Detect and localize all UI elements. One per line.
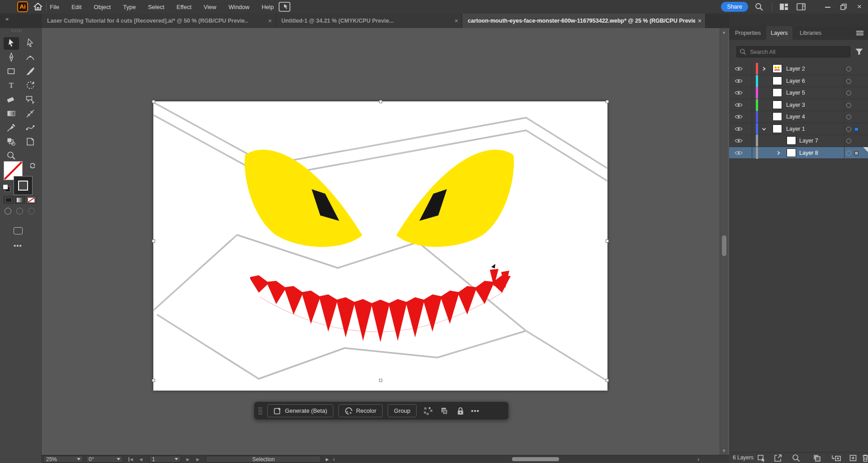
artboard-number-dropdown[interactable]: 1 — [149, 456, 181, 463]
curvature-tool[interactable] — [23, 51, 38, 64]
collapse-tools-icon[interactable]: « — [5, 15, 9, 22]
menu-type[interactable]: Type — [123, 4, 136, 10]
collapse-chevron-icon[interactable] — [762, 127, 766, 131]
symbol-sprayer-tool[interactable] — [4, 135, 19, 148]
status-expand-icon[interactable]: ▶ — [326, 456, 329, 463]
layer-row-layer-5[interactable]: Layer 5 — [729, 87, 868, 99]
gradient-tool[interactable] — [4, 107, 19, 120]
selected-art-indicator[interactable] — [854, 151, 859, 155]
previous-artboard-button[interactable]: ◀ — [139, 456, 142, 463]
tab-close-button[interactable]: × — [268, 17, 272, 24]
draw-inside-mode-button[interactable] — [28, 208, 35, 215]
layer-name[interactable]: Layer 7 — [799, 138, 818, 144]
layer-row-layer-3[interactable]: Layer 3 — [729, 99, 868, 111]
swap-fill-stroke-icon[interactable] — [29, 162, 36, 169]
delete-layer-icon[interactable] — [861, 453, 868, 463]
paintbrush-tool[interactable] — [23, 65, 38, 78]
target-circle[interactable] — [846, 115, 851, 119]
scroll-down-icon[interactable]: ▼ — [722, 449, 726, 453]
layer-thumbnail[interactable] — [773, 124, 782, 133]
tab-libraries[interactable]: Libraries — [795, 26, 826, 40]
artboard[interactable] — [153, 101, 607, 391]
restore-button[interactable] — [837, 0, 850, 14]
touch-workspace-icon[interactable] — [279, 2, 290, 12]
layer-name[interactable]: Layer 8 — [799, 150, 818, 156]
task-bar-grip[interactable] — [258, 407, 262, 415]
menu-effect[interactable]: Effect — [176, 4, 191, 10]
expand-chevron-icon[interactable] — [762, 67, 766, 71]
make-clipping-mask-icon[interactable] — [812, 453, 821, 463]
selection-handle-s[interactable] — [379, 379, 382, 382]
layer-thumbnail[interactable] — [787, 136, 796, 145]
target-circle[interactable] — [846, 138, 851, 143]
selection-handle-w[interactable] — [152, 239, 155, 243]
target-circle[interactable] — [846, 103, 851, 108]
document-tab-3[interactable]: cartoon-mouth-eyes-face-monster-600w-116… — [462, 14, 706, 28]
lock-icon[interactable] — [455, 406, 465, 416]
target-circle[interactable] — [846, 79, 851, 84]
menu-window[interactable]: Window — [228, 4, 249, 10]
draw-behind-mode-button[interactable] — [16, 208, 23, 215]
layer-name[interactable]: Layer 6 — [786, 78, 805, 84]
rotate-tool[interactable] — [23, 79, 38, 92]
screen-mode-button[interactable] — [14, 227, 23, 234]
edit-toolbar-ellipsis[interactable]: ••• — [14, 242, 22, 249]
selection-handle-se[interactable] — [606, 379, 609, 382]
menu-file[interactable]: File — [50, 4, 59, 10]
eyedropper-tool[interactable] — [4, 121, 19, 134]
search-icon[interactable] — [754, 2, 764, 11]
target-circle[interactable] — [846, 151, 851, 156]
new-sublayer-icon[interactable] — [831, 453, 840, 463]
visibility-eye-icon[interactable] — [735, 150, 743, 156]
layer-row-layer-4[interactable]: Layer 4 — [729, 111, 868, 123]
horizontal-scroll-thumb[interactable] — [512, 457, 559, 461]
visibility-eye-icon[interactable] — [735, 138, 743, 143]
expand-right-icon[interactable]: › — [697, 456, 699, 463]
zoom-level-dropdown[interactable]: 25% — [43, 456, 83, 463]
layer-row-layer-6[interactable]: Layer 6 — [729, 75, 868, 87]
menu-object[interactable]: Object — [94, 4, 111, 10]
layer-name[interactable]: Layer 2 — [786, 66, 805, 72]
duplicate-icon[interactable] — [439, 406, 449, 416]
locate-object-icon[interactable] — [792, 453, 801, 463]
menu-edit[interactable]: Edit — [71, 4, 81, 10]
artboard-tool[interactable] — [23, 135, 38, 148]
stroke-color-swatch[interactable] — [14, 176, 33, 195]
layer-thumbnail[interactable] — [787, 148, 796, 157]
filter-funnel-icon[interactable] — [855, 48, 863, 56]
layer-thumbnail[interactable] — [773, 100, 782, 109]
layer-name[interactable]: Layer 4 — [786, 114, 805, 120]
layer-name[interactable]: Layer 5 — [786, 90, 805, 96]
target-circle[interactable] — [846, 127, 851, 132]
layer-thumbnail[interactable] — [773, 64, 782, 73]
selection-handle-nw[interactable] — [152, 100, 155, 103]
layer-row-layer-2[interactable]: Layer 2 — [729, 63, 868, 75]
pen-tool[interactable] — [4, 51, 19, 64]
status-indicator[interactable]: Selection — [206, 456, 321, 463]
visibility-eye-icon[interactable] — [735, 102, 743, 108]
layer-thumbnail[interactable] — [773, 76, 782, 85]
last-artboard-button[interactable]: ▶ — [196, 456, 201, 463]
canvas-area[interactable]: Generate (Beta) Recolor Group ••• ▲ — [42, 28, 729, 455]
selection-handle-ne[interactable] — [606, 100, 609, 103]
selection-tool[interactable] — [4, 37, 19, 50]
vertical-scroll-thumb[interactable] — [722, 235, 726, 256]
generate-beta-button[interactable]: Generate (Beta) — [267, 404, 333, 417]
search-input[interactable] — [749, 48, 847, 56]
tools-panel-grip[interactable] — [12, 29, 21, 32]
draw-normal-mode-button[interactable] — [5, 208, 11, 215]
target-circle[interactable] — [846, 67, 851, 72]
layer-row-layer-1[interactable]: Layer 1 — [729, 123, 868, 135]
layer-row-layer-8[interactable]: Layer 8 — [729, 147, 868, 159]
tab-layers[interactable]: Layers — [766, 26, 792, 40]
target-circle[interactable] — [846, 91, 851, 95]
recolor-button[interactable]: Recolor — [338, 404, 383, 417]
share-button[interactable]: Share — [721, 2, 748, 12]
collect-for-export-icon[interactable] — [757, 453, 766, 463]
home-icon[interactable] — [33, 2, 43, 12]
expand-chevron-icon[interactable] — [776, 151, 781, 155]
visibility-eye-icon[interactable] — [735, 126, 743, 132]
visibility-eye-icon[interactable] — [735, 66, 743, 72]
close-window-button[interactable]: × — [853, 0, 866, 14]
rectangle-tool[interactable] — [4, 65, 19, 78]
